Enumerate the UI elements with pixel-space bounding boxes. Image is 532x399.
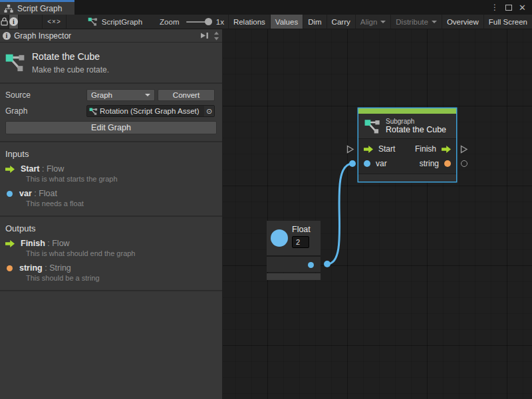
tab-script-graph[interactable]: Script Graph	[0, 0, 74, 15]
value-in-port-icon[interactable]	[364, 160, 370, 167]
graph-hierarchy-icon	[4, 5, 13, 13]
port-description: This is what should end the graph	[26, 248, 217, 257]
window-menu-icon[interactable]: ⋮	[491, 3, 499, 11]
graph-object-value: Rotation (Script Graph Asset)	[100, 107, 204, 115]
info-icon: i	[9, 17, 18, 26]
float-value-input[interactable]: 2	[292, 236, 309, 248]
value-out-port-icon[interactable]	[308, 262, 314, 268]
object-picker-icon[interactable]: ⊙	[204, 106, 214, 116]
graph-input-trigger-icon[interactable]	[346, 145, 354, 156]
info-icon: i	[3, 32, 11, 40]
inputs-section: Inputs Start : Flow This is what starts …	[0, 142, 222, 217]
zoom-label: Zoom	[156, 15, 183, 29]
chevron-down-icon	[145, 94, 150, 96]
node-ports: Start Finish var string	[358, 138, 456, 174]
script-graph-icon	[5, 51, 25, 72]
dim-button[interactable]: Dim	[303, 15, 326, 29]
code-view-button[interactable]: <×>	[43, 15, 66, 29]
value-out-port-icon[interactable]	[444, 160, 451, 167]
float-node[interactable]: Float 2	[267, 221, 321, 280]
graph-output-trigger-icon[interactable]	[460, 145, 468, 156]
list-item: Start : Flow This is what starts the gra…	[5, 164, 217, 183]
overview-button[interactable]: Overview	[442, 15, 483, 29]
code-view-icon: <×>	[47, 18, 61, 25]
port-separator: :	[43, 263, 49, 273]
source-dropdown-value: Graph	[91, 91, 112, 99]
port-separator: :	[45, 239, 52, 248]
chevron-down-icon	[380, 21, 386, 23]
toolbar-spacer	[19, 15, 43, 29]
graph-breadcrumb[interactable]: ScriptGraph	[84, 15, 146, 29]
close-icon[interactable]: ✕	[519, 3, 526, 12]
maximize-icon[interactable]	[505, 5, 512, 11]
dock-panel-icon[interactable]	[200, 32, 210, 39]
tab-title: Script Graph	[17, 4, 62, 13]
graph-output-value-icon[interactable]	[461, 160, 467, 167]
graph-fields-section: Source Graph Convert Graph Rotation (Scr…	[0, 84, 222, 142]
script-graph-icon	[364, 118, 380, 134]
subgraph-node[interactable]: Subgraph Rotate the Cube Start Finish	[358, 108, 456, 182]
distribute-label: Distribute	[396, 18, 428, 26]
edit-graph-button[interactable]: Edit Graph	[5, 121, 217, 134]
node-footer	[358, 174, 456, 182]
port-description: This is what starts the graph	[26, 174, 217, 183]
toolbar-right-group: Relations Values Dim Carry Align Distrib…	[228, 15, 532, 29]
values-button[interactable]: Values	[270, 15, 303, 29]
zoom-slider[interactable]	[186, 15, 212, 29]
node-ports	[267, 255, 321, 272]
node-title: Rotate the Cube	[386, 125, 446, 134]
outputs-heading: Outputs	[5, 222, 217, 239]
convert-button[interactable]: Convert	[158, 89, 215, 101]
full-screen-button[interactable]: Full Screen	[483, 15, 532, 29]
node-header-strip	[358, 108, 456, 114]
port-name: Start	[21, 164, 39, 174]
port-type: Flow	[52, 239, 69, 248]
float-type-icon	[271, 229, 288, 247]
distribute-button[interactable]: Distribute	[390, 15, 442, 29]
graph-subtitle: Make the cube rotate.	[32, 62, 109, 74]
graph-title: Rotate the Cube	[32, 51, 109, 62]
node-title: Float	[292, 225, 311, 234]
zoom-slider-handle[interactable]	[205, 18, 212, 25]
graph-object-field[interactable]: Rotation (Script Graph Asset) ⊙	[86, 105, 215, 117]
script-graph-icon	[88, 17, 98, 27]
flow-port-icon	[5, 166, 15, 173]
list-item: var : Float This needs a float	[5, 189, 217, 207]
lock-button[interactable]	[0, 15, 9, 29]
port-name: var	[19, 189, 32, 198]
port-separator: :	[39, 164, 46, 174]
port-description: This should be a string	[26, 273, 217, 282]
graph-field-label: Graph	[5, 106, 86, 116]
port-name: Finish	[21, 239, 45, 248]
relations-button[interactable]: Relations	[228, 15, 270, 29]
graph-breadcrumb-label: ScriptGraph	[102, 18, 142, 26]
graph-canvas[interactable]: Subgraph Rotate the Cube Start Finish	[223, 29, 532, 399]
port-type: Flow	[47, 164, 64, 174]
port-description: This needs a float	[26, 198, 217, 207]
port-label: var	[376, 159, 387, 168]
carry-button[interactable]: Carry	[327, 15, 355, 29]
node-header[interactable]: Subgraph Rotate the Cube	[358, 114, 456, 138]
lock-icon	[1, 17, 8, 26]
script-graph-icon	[89, 107, 98, 116]
flow-out-port-icon[interactable]	[442, 146, 451, 153]
port-type: String	[49, 263, 71, 273]
align-label: Align	[360, 18, 378, 26]
node-footer	[267, 273, 321, 280]
align-button[interactable]: Align	[355, 15, 391, 29]
port-label: Finish	[415, 144, 436, 154]
inspector-toggle-button[interactable]: i	[9, 15, 19, 29]
scroll-spinner-icon[interactable]	[213, 31, 219, 41]
list-item: string : String This should be a string	[5, 263, 217, 282]
source-dropdown[interactable]: Graph	[86, 89, 155, 101]
inspector-title: Graph Inspector	[14, 31, 197, 41]
node-kind-label: Subgraph	[386, 118, 446, 125]
graph-inspector-panel: i Graph Inspector Rotate the Cube Make t…	[0, 29, 223, 399]
list-item: Finish : Flow This is what should end th…	[5, 239, 217, 257]
inputs-heading: Inputs	[5, 148, 217, 164]
window-controls: ⋮ ✕	[491, 0, 532, 15]
outputs-section: Outputs Finish : Flow This is what shoul…	[0, 217, 222, 291]
port-name: string	[19, 263, 43, 273]
flow-in-port-icon[interactable]	[364, 146, 373, 153]
node-header[interactable]: Float 2	[267, 221, 321, 255]
